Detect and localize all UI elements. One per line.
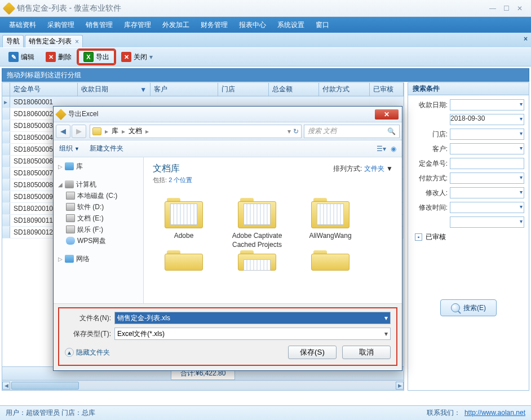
tree-drive-f[interactable]: 娱乐 (F:)	[56, 224, 141, 235]
new-folder-button[interactable]: 新建文件夹	[90, 144, 123, 153]
col-order-no[interactable]: 定金单号	[10, 83, 78, 96]
view-options-icon[interactable]: ☰▾	[377, 145, 386, 153]
file-list[interactable]: 文档库 排列方式: 文件夹 ▼ 包括: 2 个位置 Adobe Adobe Ca…	[144, 157, 402, 303]
cancel-button[interactable]: 取消	[342, 346, 391, 359]
pay-input[interactable]: ▾	[450, 173, 524, 184]
export-button[interactable]: X导出	[78, 50, 115, 64]
close-all-tabs-icon[interactable]: ×	[524, 35, 528, 43]
save-button[interactable]: 保存(S)	[288, 346, 337, 359]
tree-computer[interactable]: ◢计算机	[56, 179, 141, 190]
approved-checkbox-row[interactable]: ▪已审核	[413, 231, 524, 243]
crumb-lib[interactable]: 库	[109, 126, 121, 136]
modtime-input[interactable]: ▾	[450, 202, 524, 213]
menu-item[interactable]: 采购管理	[42, 17, 80, 33]
filename-input[interactable]: 销售定金-列表.xls▾	[114, 312, 391, 324]
tab-close-icon[interactable]: ×	[75, 38, 79, 46]
chevron-down-icon: ▾	[520, 189, 523, 195]
col-approved[interactable]: 已审核	[370, 83, 404, 96]
computer-icon	[65, 180, 74, 188]
folder-item[interactable]: Adobe	[153, 198, 215, 249]
file-search-input[interactable]: 搜索 文档🔍	[304, 125, 400, 138]
scroll-thumb[interactable]	[11, 382, 79, 390]
menu-item[interactable]: 系统设置	[272, 17, 310, 33]
label-date: 收款日期:	[413, 100, 448, 110]
chevron-down-icon: ▾	[520, 218, 523, 224]
help-icon[interactable]: ◉	[391, 145, 396, 153]
menu-item[interactable]: 财务管理	[195, 17, 233, 33]
crumb-dropdown-icon[interactable]: ▾	[287, 127, 291, 135]
date-to-input[interactable]: 2018-09-30▾	[450, 114, 524, 125]
tree-library[interactable]: ▷库	[56, 161, 141, 172]
row-indicator	[2, 120, 10, 131]
folder-tree[interactable]: ▷库 ◢计算机 本地磁盘 (C:) 软件 (D:) 文档 (E:) 娱乐 (F:…	[54, 157, 144, 303]
filetype-select[interactable]: Excel文件(*.xls)▾	[114, 328, 391, 340]
tree-network[interactable]: ▷网络	[56, 253, 141, 264]
files-subheader: 包括: 2 个位置	[153, 176, 393, 184]
col-store[interactable]: 门店	[218, 83, 269, 96]
tree-wps[interactable]: WPS网盘	[56, 235, 141, 246]
folder-item[interactable]	[226, 254, 288, 274]
col-customer[interactable]: 客户	[151, 83, 218, 96]
folder-item[interactable]: AliWangWang	[299, 198, 361, 249]
nav-forward-button[interactable]: ▶	[72, 125, 86, 138]
modtime-to-input[interactable]: ▾	[450, 216, 524, 228]
menu-item[interactable]: 窗口	[310, 17, 335, 33]
organize-menu[interactable]: 组织▼	[59, 144, 79, 153]
contact-link[interactable]: http://www.aolan.net	[464, 409, 525, 417]
tab-deposit-list[interactable]: 销售定金-列表×	[25, 35, 83, 47]
scroll-left-icon[interactable]: ◀	[2, 382, 10, 390]
menu-item[interactable]: 报表中心	[233, 17, 272, 33]
chevron-down-icon[interactable]: ▾	[384, 314, 388, 322]
chevron-down-icon: ▾	[520, 130, 523, 136]
document-tabs: 导航 销售定金-列表× ×	[0, 33, 531, 47]
folder-item[interactable]: Adobe Captivate Cached Projects	[226, 198, 288, 249]
orderno-input[interactable]	[450, 158, 524, 169]
nav-back-button[interactable]: ◀	[56, 125, 70, 138]
folder-item[interactable]	[153, 254, 215, 274]
tree-drive-d[interactable]: 软件 (D:)	[56, 201, 141, 213]
group-by-hint[interactable]: 拖动列标题到这进行分组	[2, 68, 529, 82]
edit-button[interactable]: ✎编辑	[3, 50, 39, 64]
crumb-doc[interactable]: 文档	[126, 126, 144, 136]
tree-drive-c[interactable]: 本地磁盘 (C:)	[56, 190, 141, 201]
menu-item[interactable]: 销售管理	[80, 17, 118, 33]
scroll-right-icon[interactable]: ▶	[396, 382, 404, 390]
row-selector-header	[2, 83, 10, 96]
window-title: 销售定金-列表 - 傲蓝布业软件	[17, 3, 486, 14]
sort-control[interactable]: 排列方式: 文件夹 ▼	[333, 164, 393, 174]
close-window-button[interactable]: ✕	[513, 3, 526, 14]
horizontal-scrollbar[interactable]: ◀ ▶	[2, 380, 404, 390]
refresh-icon[interactable]: ↻	[293, 127, 299, 135]
close-button[interactable]: ✕关闭▾	[116, 50, 158, 64]
search-button[interactable]: 搜索(E)	[440, 299, 497, 316]
tab-nav[interactable]: 导航	[2, 35, 24, 47]
maximize-button[interactable]: ☐	[499, 3, 513, 14]
chevron-down-icon[interactable]: ▾	[384, 330, 388, 338]
menu-item[interactable]: 基础资料	[3, 17, 42, 33]
locations-link[interactable]: 2 个位置	[169, 176, 192, 183]
chevron-down-icon[interactable]: ▾	[149, 53, 153, 61]
col-pay[interactable]: 付款方式	[319, 83, 370, 96]
label-store: 门店:	[413, 130, 448, 139]
col-total[interactable]: 总金额	[269, 83, 320, 96]
sort-desc-icon: ▼	[140, 86, 147, 94]
delete-button[interactable]: ✕删除	[41, 50, 77, 64]
hide-folders-toggle[interactable]: ▲隐藏文件夹	[65, 348, 110, 357]
minimize-button[interactable]: —	[486, 3, 499, 14]
menu-item[interactable]: 库存管理	[118, 17, 157, 33]
dialog-close-button[interactable]: ✕	[375, 109, 399, 120]
store-input[interactable]: ▾	[450, 129, 524, 140]
tree-drive-e[interactable]: 文档 (E:)	[56, 213, 141, 224]
menu-item[interactable]: 外发加工	[157, 17, 195, 33]
date-from-input[interactable]: ▾	[450, 99, 524, 110]
drive-icon	[66, 203, 75, 211]
folder-item[interactable]	[299, 254, 361, 274]
drive-icon	[66, 192, 75, 200]
customer-input[interactable]: ▾	[450, 143, 524, 154]
checkbox-icon[interactable]: ▪	[415, 233, 422, 241]
col-date[interactable]: 收款日期▼	[78, 83, 151, 96]
dialog-titlebar[interactable]: 导出Excel ✕	[54, 107, 402, 122]
breadcrumb[interactable]: ▸ 库 ▸ 文档 ▸ ▾ ↻	[90, 125, 302, 138]
excel-icon: X	[83, 52, 94, 62]
modifier-input[interactable]: ▾	[450, 187, 524, 198]
